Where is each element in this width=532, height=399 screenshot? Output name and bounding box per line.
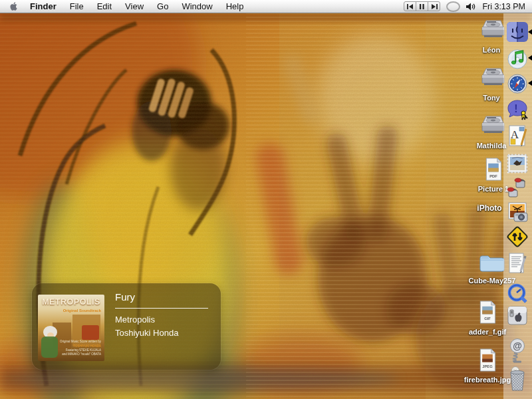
gif-image-icon: GIF [477, 300, 497, 325]
previous-icon [407, 4, 414, 9]
oval-menu-extra-icon[interactable] [446, 1, 460, 12]
menu-item-view[interactable]: View [118, 0, 150, 13]
menu-item-file[interactable]: File [63, 0, 90, 13]
album-name: Metropolis [115, 313, 208, 327]
compass-browser-icon [505, 72, 529, 96]
dock-item-quicktime[interactable] [505, 283, 529, 307]
album-title-text: METROPOLIS [38, 297, 104, 307]
padlocks-icon [505, 176, 529, 200]
folder-icon [478, 251, 506, 273]
svg-text:JPEG: JPEG [482, 364, 493, 368]
track-title: Fury [115, 291, 208, 303]
next-track-button[interactable] [428, 1, 440, 11]
dock-item-itunes[interactable] [505, 47, 529, 73]
menu-item-go[interactable]: Go [150, 0, 175, 13]
desktop-screen: Finder File Edit View Go Window Help [0, 0, 532, 399]
now-playing-panel: METROPOLIS Original Soundtrack Original … [32, 283, 221, 370]
dock-item-iphoto[interactable] [505, 201, 529, 227]
volume-menu-extra[interactable] [466, 3, 476, 11]
apple-logo-icon [9, 1, 18, 12]
dock-item-trash[interactable] [505, 364, 529, 394]
album-art-character-body [41, 336, 58, 358]
credit-line: and MINAKO "mooki" OBATA [60, 352, 101, 356]
menu-bar-extras: Fri 3:13 PM [404, 1, 532, 12]
dock-item-appleworks[interactable]: A [505, 124, 529, 150]
album-subtitle-text: Original Soundtrack [63, 309, 101, 313]
textedit-icon [505, 251, 529, 275]
running-indicator [528, 29, 532, 35]
dock-item-web-browser[interactable] [505, 72, 529, 98]
iphoto-icon [505, 201, 529, 225]
svg-text:@: @ [513, 340, 522, 351]
quicktime-icon [505, 283, 529, 304]
album-art: METROPOLIS Original Soundtrack Original … [38, 295, 104, 361]
itunes-icon [505, 47, 529, 70]
appleworks-icon: A [505, 124, 529, 148]
menu-item-edit[interactable]: Edit [90, 0, 118, 13]
trash-icon [505, 364, 529, 392]
yellow-arrows-sign-icon [505, 225, 529, 249]
pause-button[interactable] [416, 1, 428, 11]
divider [115, 308, 208, 309]
dock-item-system-preferences[interactable] [505, 305, 529, 330]
svg-text:!: ! [514, 103, 517, 114]
hard-drive-icon [477, 18, 505, 43]
mail-stamp-icon [505, 152, 529, 176]
dock-item-textedit[interactable] [505, 251, 529, 278]
dock-item-internet-location[interactable]: @ [505, 338, 529, 366]
artist-name: Toshiyuki Honda [115, 327, 208, 340]
menu-bar: Finder File Edit View Go Window Help [0, 0, 532, 13]
menu-item-window[interactable]: Window [175, 0, 219, 13]
hard-drive-icon [477, 66, 505, 90]
finder-icon [505, 20, 529, 44]
menu-item-help[interactable]: Help [219, 0, 251, 13]
dock: ! A [503, 13, 532, 399]
album-art-accent [82, 325, 99, 340]
previous-track-button[interactable] [404, 1, 416, 11]
album-credits: Original Music Score written by TOSHIYUK… [60, 340, 101, 356]
svg-text:GIF: GIF [484, 317, 491, 321]
dock-item-lock-utility[interactable] [505, 176, 529, 202]
pdf-document-icon: PDF [483, 157, 503, 182]
chat-bubble-icon: ! [505, 98, 529, 122]
menu-bar-clock[interactable]: Fri 3:13 PM [482, 2, 525, 11]
dock-item-finder[interactable] [505, 20, 529, 47]
running-indicator [528, 80, 532, 86]
dock-item-aim-chat[interactable]: ! [505, 98, 529, 125]
at-spring-icon: @ [505, 338, 529, 363]
menu-item-finder[interactable]: Finder [23, 0, 63, 13]
jpeg-image-icon: JPEG [477, 348, 497, 372]
playback-controls [404, 1, 440, 11]
pause-icon [420, 4, 424, 9]
system-preferences-icon [505, 305, 529, 327]
dock-item-mail[interactable] [505, 152, 529, 178]
dock-item-transfer-app[interactable] [505, 225, 529, 251]
hard-drive-icon [477, 114, 505, 138]
speaker-icon [466, 3, 476, 11]
running-indicator [528, 55, 532, 61]
apple-menu[interactable] [9, 1, 18, 12]
svg-text:PDF: PDF [489, 174, 497, 178]
next-icon [431, 4, 438, 9]
